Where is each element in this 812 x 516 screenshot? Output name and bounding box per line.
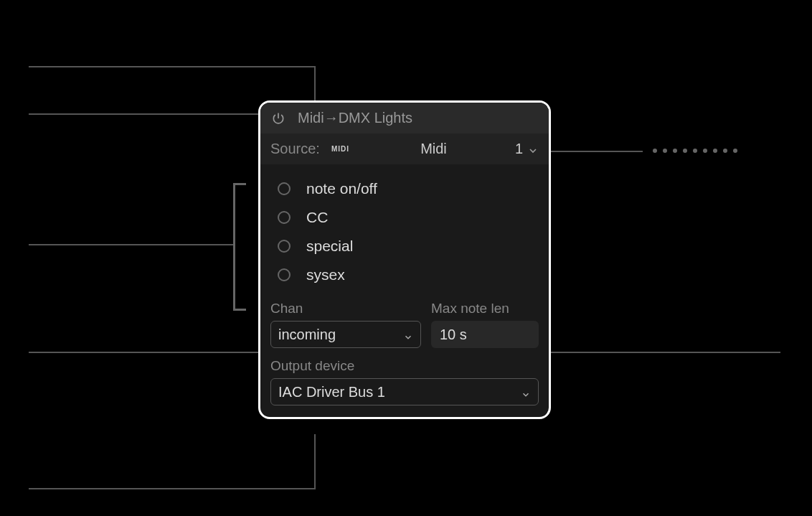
radio-circle-icon [278,182,291,195]
radio-sysex[interactable]: sysex [278,261,539,289]
chevron-down-icon [521,387,531,397]
output-device-label: Output device [270,358,539,374]
radio-circle-icon [278,211,291,224]
midi-dmx-panel: Midi→DMX Lights Source: MIDI Midi 1 note… [258,100,551,419]
radio-label: sysex [306,266,345,283]
channel-group: Chan incoming [270,301,421,348]
radio-circle-icon [278,268,291,281]
radio-label: special [306,238,353,255]
port-value: 1 [515,141,523,157]
radio-label: CC [306,209,328,226]
source-name: Midi [361,141,506,157]
controls-row: Chan incoming Max note len 10 s [260,301,549,358]
channel-label: Chan [270,301,421,316]
midi-badge: MIDI [329,144,352,154]
output-device-value: IAC Driver Bus 1 [278,384,385,400]
output-section: Output device IAC Driver Bus 1 [260,358,549,417]
panel-header: Midi→DMX Lights [260,103,549,133]
radio-special[interactable]: special [278,232,539,261]
chevron-down-icon [403,329,413,339]
radio-cc[interactable]: CC [278,203,539,232]
power-icon[interactable] [270,111,286,126]
max-note-len-input[interactable]: 10 s [431,321,539,348]
source-row: Source: MIDI Midi 1 [260,133,549,164]
max-note-len-group: Max note len 10 s [431,301,539,348]
radio-label: note on/off [306,180,377,197]
output-device-select[interactable]: IAC Driver Bus 1 [270,378,539,405]
radio-note-onoff[interactable]: note on/off [278,174,539,203]
message-type-options: note on/off CC special sysex [260,164,549,301]
radio-circle-icon [278,240,291,253]
midi-port-dropdown[interactable]: 1 [515,141,539,157]
panel-title: Midi→DMX Lights [298,110,412,126]
max-note-len-value: 10 s [440,327,467,343]
source-label: Source: [270,141,320,157]
max-note-len-label: Max note len [431,301,539,316]
channel-select[interactable]: incoming [270,321,421,348]
channel-value: incoming [278,327,336,343]
chevron-down-icon [527,144,539,155]
